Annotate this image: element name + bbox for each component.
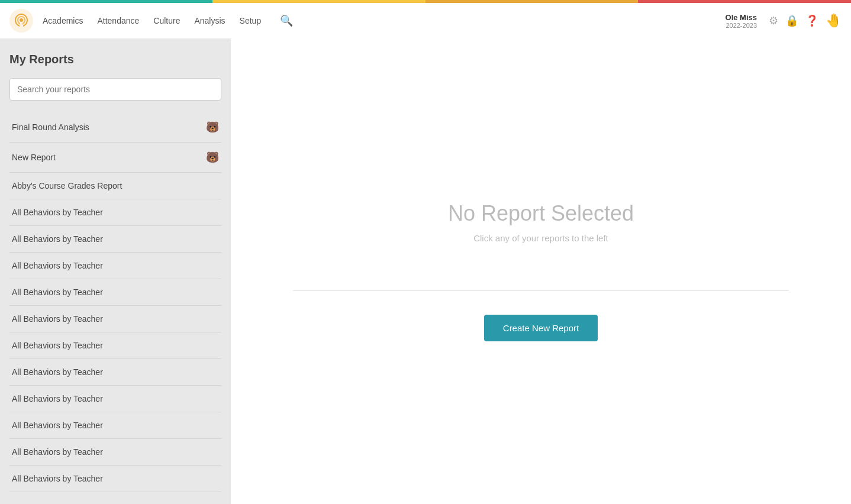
user-year: 2022-2023 bbox=[726, 22, 757, 29]
report-item[interactable]: All Behaviors by Teacher bbox=[9, 386, 221, 412]
report-item[interactable]: All Behaviors by Teacher bbox=[9, 253, 221, 279]
divider bbox=[293, 290, 789, 291]
report-item-name: All Behaviors by Teacher bbox=[12, 287, 103, 297]
search-wrapper bbox=[9, 78, 221, 101]
no-report-section: No Report Selected Click any of your rep… bbox=[448, 201, 634, 267]
no-report-title: No Report Selected bbox=[448, 201, 634, 226]
create-new-report-button[interactable]: Create New Report bbox=[484, 315, 598, 341]
report-item-name: All Behaviors by Teacher bbox=[12, 394, 103, 403]
main-content: No Report Selected Click any of your rep… bbox=[231, 38, 851, 504]
nav-attendance[interactable]: Attendance bbox=[97, 16, 139, 25]
svg-point-1 bbox=[20, 18, 23, 22]
report-item-name: All Behaviors by Teacher bbox=[12, 474, 103, 483]
nav-academics[interactable]: Academics bbox=[43, 16, 83, 25]
report-item[interactable]: New Report🐻 bbox=[9, 143, 221, 173]
user-name: Ole Miss bbox=[726, 13, 757, 22]
report-item[interactable]: Abby's Course Grades Report bbox=[9, 173, 221, 199]
report-item[interactable]: All Behaviors by Teacher bbox=[9, 412, 221, 439]
sidebar-title: My Reports bbox=[9, 53, 221, 66]
sidebar: My Reports Final Round Analysis🐻New Repo… bbox=[0, 38, 231, 504]
no-report-subtitle: Click any of your reports to the left bbox=[448, 233, 634, 243]
report-item[interactable]: All Behaviors by Teacher bbox=[9, 306, 221, 332]
help-icon[interactable]: ❓ bbox=[805, 14, 818, 27]
report-item[interactable]: All Behaviors by Teacher bbox=[9, 439, 221, 466]
settings-icon[interactable]: ⚙ bbox=[769, 14, 778, 27]
report-item-name: All Behaviors by Teacher bbox=[12, 367, 103, 377]
report-item-name: New Report bbox=[12, 153, 56, 162]
main-nav: Academics Attendance Culture Analysis Se… bbox=[43, 14, 726, 27]
report-item[interactable]: All Behaviors by Teacher bbox=[9, 226, 221, 253]
nav-analysis[interactable]: Analysis bbox=[194, 16, 225, 25]
report-item-name: All Behaviors by Teacher bbox=[12, 261, 103, 270]
search-icon[interactable]: 🔍 bbox=[280, 14, 293, 27]
nav-setup[interactable]: Setup bbox=[240, 16, 262, 25]
app-logo[interactable] bbox=[9, 9, 33, 33]
report-item-name: All Behaviors by Teacher bbox=[12, 234, 103, 244]
report-flag-icon: 🐻 bbox=[206, 121, 219, 134]
report-item-name: All Behaviors by Teacher bbox=[12, 341, 103, 350]
create-btn-wrapper: Create New Report bbox=[484, 315, 598, 341]
report-flag-icon: 🐻 bbox=[206, 151, 219, 164]
report-item[interactable]: All Behaviors by Teacher bbox=[9, 279, 221, 306]
report-item-name: Final Round Analysis bbox=[12, 122, 89, 132]
report-item-name: Abby's Course Grades Report bbox=[12, 181, 122, 190]
nav-culture[interactable]: Culture bbox=[153, 16, 180, 25]
search-input[interactable] bbox=[9, 78, 221, 101]
report-item-name: All Behaviors by Teacher bbox=[12, 447, 103, 457]
user-info: Ole Miss 2022-2023 bbox=[726, 13, 757, 29]
report-list: Final Round Analysis🐻New Report🐻Abby's C… bbox=[9, 112, 221, 492]
report-item[interactable]: All Behaviors by Teacher bbox=[9, 359, 221, 386]
report-item[interactable]: All Behaviors by Teacher bbox=[9, 466, 221, 492]
hand-icon[interactable]: 🤚 bbox=[826, 13, 842, 28]
notifications-icon[interactable]: 🔒 bbox=[785, 14, 798, 27]
main-header: Academics Attendance Culture Analysis Se… bbox=[0, 3, 851, 38]
report-item-name: All Behaviors by Teacher bbox=[12, 421, 103, 430]
report-item[interactable]: All Behaviors by Teacher bbox=[9, 332, 221, 359]
report-item-name: All Behaviors by Teacher bbox=[12, 208, 103, 217]
header-right: Ole Miss 2022-2023 ⚙ 🔒 ❓ 🤚 bbox=[726, 13, 842, 29]
report-item-name: All Behaviors by Teacher bbox=[12, 314, 103, 324]
main-layout: My Reports Final Round Analysis🐻New Repo… bbox=[0, 38, 851, 504]
report-item[interactable]: Final Round Analysis🐻 bbox=[9, 112, 221, 143]
report-item[interactable]: All Behaviors by Teacher bbox=[9, 199, 221, 226]
